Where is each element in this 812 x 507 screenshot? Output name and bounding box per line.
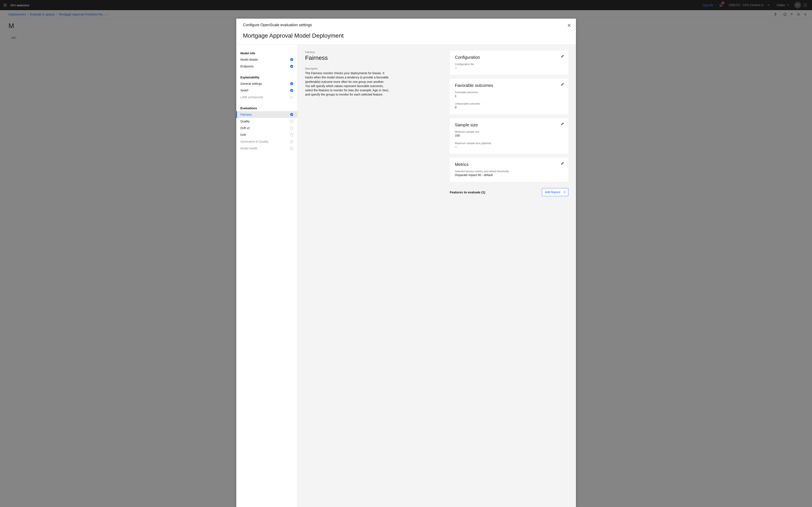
sidebar-item-label: Model health: [241, 147, 257, 150]
sidebar-item-label: Drift v2: [241, 126, 250, 130]
sidebar-item-label: SHAP: [241, 89, 249, 92]
card-title: Sample size: [455, 123, 563, 127]
modal-subtitle: Mortgage Approval Model Deployment: [243, 32, 569, 39]
description-column: Fairness Fairness Description The Fairne…: [305, 51, 390, 501]
status-incomplete-icon: [290, 120, 293, 123]
favorable-outcomes-card: Favorable outcomes Favorable outcomes 1 …: [450, 79, 568, 114]
sidebar-item-label: General settings: [241, 82, 262, 86]
status-incomplete-icon: [290, 147, 293, 150]
metrics-card: Metrics Selected fairness metrics and de…: [450, 158, 568, 182]
status-complete-icon: [290, 113, 293, 116]
sidebar-item-label: Model details: [241, 58, 258, 61]
edit-icon: [561, 122, 564, 125]
config-cards: Configuration Configuration file -- Favo…: [450, 51, 568, 501]
sidebar-item[interactable]: Model health: [236, 145, 297, 152]
config-content: Fairness Fairness Description The Fairne…: [298, 45, 576, 507]
sidebar-group-title: Evaluations: [236, 104, 297, 111]
card-title: Metrics: [455, 162, 563, 167]
modal-overlay: Configure OpenScale evaluation settings …: [0, 0, 812, 507]
min-sample-label: Minimum sample size: [455, 130, 563, 133]
card-title: Favorable outcomes: [455, 83, 563, 88]
sidebar-item[interactable]: Fairness: [236, 111, 297, 118]
close-button[interactable]: [565, 21, 573, 30]
sidebar-item-label: Generative AI Quality: [241, 140, 268, 143]
features-title: Features to evaluate (1): [450, 190, 486, 194]
edit-button[interactable]: [561, 162, 564, 165]
config-file-value: --: [455, 66, 563, 69]
sidebar-item[interactable]: Model details: [236, 56, 297, 63]
status-incomplete-icon: [290, 127, 293, 129]
sidebar-item[interactable]: Drift v2: [236, 125, 297, 131]
max-sample-label: Maximum sample size (optional): [455, 142, 563, 145]
status-incomplete-icon: [290, 133, 293, 136]
status-complete-icon: [290, 65, 293, 68]
sidebar-group-title: Model info: [236, 49, 297, 56]
sidebar-item[interactable]: SHAP: [236, 87, 297, 94]
close-icon: [567, 23, 571, 27]
edit-button[interactable]: [561, 82, 564, 86]
sidebar-item-label: LIME (enhanced): [241, 96, 263, 99]
sidebar-group-title: Explainability: [236, 73, 297, 80]
add-feature-button[interactable]: Add feature: [542, 188, 568, 196]
sidebar-item[interactable]: Endpoints: [236, 63, 297, 70]
config-sidebar: Model infoModel detailsEndpointsExplaina…: [236, 45, 298, 507]
favorable-value: 1: [455, 94, 563, 98]
sidebar-item-label: Fairness: [241, 113, 252, 116]
section-heading: Fairness: [305, 55, 390, 61]
status-complete-icon: [290, 82, 293, 85]
max-sample-value: --: [455, 145, 563, 149]
favorable-label: Favorable outcomes: [455, 91, 563, 94]
config-file-label: Configuration file: [455, 63, 563, 66]
description-text: The Fairness monitor checks your deploym…: [305, 71, 390, 97]
card-title: Configuration: [455, 55, 563, 60]
sidebar-item[interactable]: Drift: [236, 131, 297, 138]
edit-button[interactable]: [561, 122, 564, 125]
unfavorable-value: 0: [455, 106, 563, 109]
description-label: Description: [305, 67, 390, 70]
features-row: Features to evaluate (1) Add feature: [450, 187, 568, 196]
edit-button[interactable]: [561, 55, 564, 58]
status-complete-icon: [290, 89, 293, 92]
metrics-selected-label: Selected fairness metrics and default th…: [455, 170, 563, 173]
sample-size-card: Sample size Minimum sample size 100 Maxi…: [450, 118, 568, 154]
sidebar-item-label: Endpoints: [241, 65, 254, 68]
configuration-card: Configuration Configuration file --: [450, 51, 568, 74]
sidebar-item[interactable]: General settings: [236, 80, 297, 87]
openscale-config-modal: Configure OpenScale evaluation settings …: [236, 18, 576, 507]
metrics-selected-value: Disparate impact 80 - default: [455, 173, 563, 177]
min-sample-value: 100: [455, 134, 563, 137]
status-incomplete-icon: [290, 140, 293, 143]
sidebar-item[interactable]: Quality: [236, 118, 297, 125]
edit-icon: [561, 55, 564, 58]
sidebar-item[interactable]: LIME (enhanced): [236, 94, 297, 101]
unfavorable-label: Unfavorable outcomes: [455, 102, 563, 105]
status-complete-icon: [290, 58, 293, 61]
sidebar-item-label: Drift: [241, 133, 246, 136]
sidebar-item-label: Quality: [241, 120, 250, 123]
edit-icon: [561, 82, 564, 86]
modal-title: Configure OpenScale evaluation settings: [243, 23, 569, 27]
section-eyebrow: Fairness: [305, 51, 390, 54]
edit-icon: [561, 162, 564, 165]
sidebar-item[interactable]: Generative AI Quality: [236, 138, 297, 145]
status-incomplete-icon: [290, 96, 293, 99]
